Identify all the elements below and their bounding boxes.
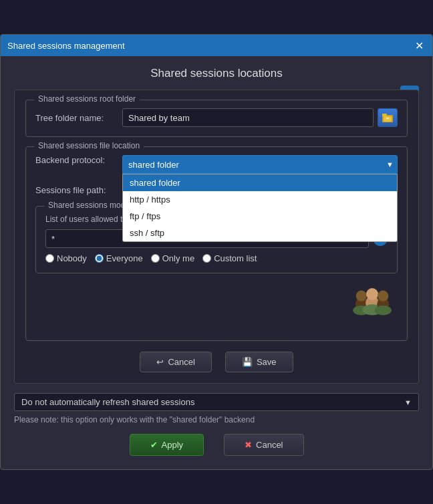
bottom-section: Do not automatically refresh shared sess… bbox=[14, 393, 419, 424]
bottom-cancel-button[interactable]: ✖ Cancel bbox=[224, 434, 303, 456]
radio-only-me[interactable]: Only me bbox=[151, 253, 194, 263]
close-button[interactable]: ✕ bbox=[412, 39, 426, 52]
refresh-dropdown[interactable]: Do not automatically refresh shared sess… bbox=[14, 393, 419, 411]
svg-point-11 bbox=[378, 291, 388, 301]
backend-selected-value: shared folder bbox=[128, 160, 179, 170]
apply-button[interactable]: ✔ Apply bbox=[130, 434, 204, 456]
radio-custom-label: Custom list bbox=[214, 253, 257, 263]
radio-nobody[interactable]: Nobody bbox=[45, 253, 87, 263]
radio-only-me-label: Only me bbox=[162, 253, 194, 263]
radio-nobody-label: Nobody bbox=[57, 253, 87, 263]
radio-everyone[interactable]: Everyone bbox=[95, 253, 143, 263]
tree-folder-row: Tree folder name: bbox=[35, 108, 398, 127]
backend-option-ssh[interactable]: ssh / sftp bbox=[123, 225, 397, 241]
save-icon: 💾 bbox=[242, 357, 253, 367]
main-button-row: ↩ Cancel 💾 Save bbox=[25, 352, 408, 372]
cancel-icon: ↩ bbox=[156, 357, 164, 367]
team-avatar-icon bbox=[348, 285, 396, 328]
backend-dropdown-trigger[interactable]: shared folder ▼ bbox=[122, 155, 398, 174]
backend-dropdown-list: shared folder http / https ftp / ftps ss… bbox=[122, 174, 398, 242]
radio-custom[interactable]: Custom list bbox=[202, 253, 257, 263]
backend-option-ftp[interactable]: ftp / ftps bbox=[123, 208, 397, 225]
content-area: Shared sessions locations i Shared sessi… bbox=[1, 56, 432, 469]
backend-label: Backend protocol: bbox=[35, 155, 122, 165]
svg-point-5 bbox=[356, 291, 367, 301]
folder-icon-button[interactable] bbox=[378, 108, 398, 127]
backend-dropdown-arrow: ▼ bbox=[386, 160, 394, 168]
bottom-cancel-label: Cancel bbox=[256, 440, 283, 450]
main-card: Shared sessions root folder Tree folder … bbox=[14, 90, 419, 384]
file-location-section: Shared sessions file location Backend pr… bbox=[25, 146, 408, 341]
backend-row: Backend protocol: shared folder ▼ shared… bbox=[35, 155, 398, 174]
apply-check-icon: ✔ bbox=[150, 440, 158, 450]
radio-everyone-label: Everyone bbox=[106, 253, 143, 263]
file-location-legend: Shared sessions file location bbox=[34, 141, 144, 150]
svg-rect-1 bbox=[382, 114, 387, 116]
backend-option-http[interactable]: http / https bbox=[123, 191, 397, 208]
titlebar: Shared sessions management ✕ bbox=[1, 35, 432, 56]
window-title: Shared sessions management bbox=[7, 41, 125, 51]
svg-rect-3 bbox=[386, 118, 389, 119]
folder-icon bbox=[382, 113, 393, 122]
refresh-dropdown-arrow: ▼ bbox=[404, 398, 412, 406]
page-title: Shared sessions locations bbox=[14, 67, 419, 80]
radio-everyone-input[interactable] bbox=[95, 254, 104, 263]
avatar-group bbox=[348, 285, 396, 330]
refresh-note: Please note: this option only works with… bbox=[14, 415, 419, 424]
radio-custom-input[interactable] bbox=[202, 254, 211, 263]
refresh-dropdown-text: Do not automatically refresh shared sess… bbox=[21, 397, 194, 407]
apply-cancel-row: ✔ Apply ✖ Cancel bbox=[14, 434, 419, 456]
svg-point-12 bbox=[375, 305, 392, 315]
radio-nobody-input[interactable] bbox=[45, 254, 54, 263]
shared-mod-legend: Shared sessions mod bbox=[44, 201, 129, 210]
backend-dropdown-wrapper: shared folder ▼ shared folder http / htt… bbox=[122, 155, 398, 174]
backend-option-shared[interactable]: shared folder bbox=[123, 174, 397, 191]
root-folder-legend: Shared sessions root folder bbox=[34, 94, 140, 104]
cancel-x-icon: ✖ bbox=[245, 440, 252, 450]
apply-label: Apply bbox=[162, 440, 184, 450]
cancel-label: Cancel bbox=[168, 357, 194, 367]
tree-folder-label: Tree folder name: bbox=[35, 113, 122, 123]
save-button[interactable]: 💾 Save bbox=[225, 352, 293, 372]
main-window: Shared sessions management ✕ Shared sess… bbox=[0, 34, 433, 470]
cancel-button[interactable]: ↩ Cancel bbox=[140, 352, 211, 372]
root-folder-section: Shared sessions root folder Tree folder … bbox=[25, 100, 408, 137]
radio-only-me-input[interactable] bbox=[151, 254, 160, 263]
save-label: Save bbox=[257, 357, 277, 367]
tree-folder-input[interactable] bbox=[122, 108, 374, 127]
sessions-path-label: Sessions file path: bbox=[35, 185, 122, 195]
svg-point-8 bbox=[366, 288, 378, 300]
radio-group: Nobody Everyone Only me Custom list bbox=[45, 253, 388, 263]
